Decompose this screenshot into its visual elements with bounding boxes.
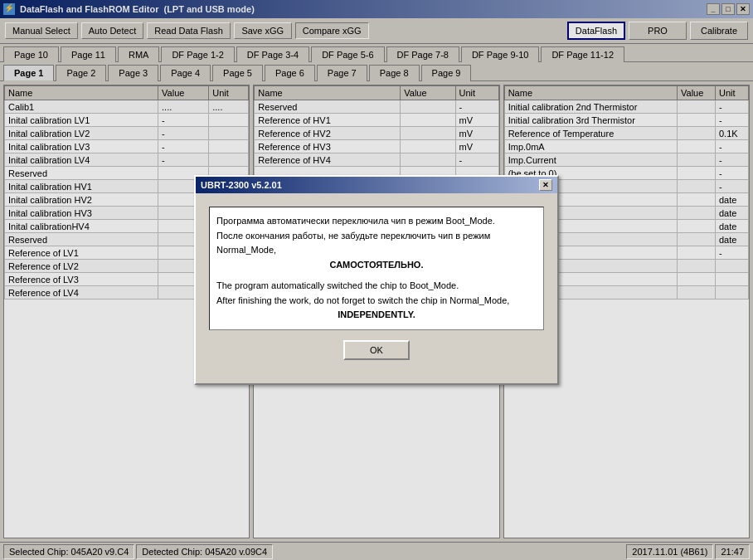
modal-close-button[interactable]: ✕ <box>539 179 552 191</box>
modal-overlay: UBRT-2300 v5.2.01 ✕ Программа автоматиче… <box>0 0 753 560</box>
russian-text-2: После окончания работы, не забудьте пере… <box>216 229 537 258</box>
ok-button[interactable]: OK <box>343 340 410 360</box>
modal-text-block: Программа автоматически переключила чип … <box>209 207 544 330</box>
modal-title-bar: UBRT-2300 v5.2.01 ✕ <box>196 177 557 193</box>
modal-footer: OK <box>209 340 544 370</box>
russian-text-1: Программа автоматически переключила чип … <box>216 214 537 229</box>
modal-dialog: UBRT-2300 v5.2.01 ✕ Программа автоматиче… <box>194 175 559 385</box>
modal-title: UBRT-2300 v5.2.01 <box>201 180 282 190</box>
russian-text-3: САМОСТОЯТЕЛЬНО. <box>216 258 537 273</box>
english-text-1: The program automatically switched the c… <box>216 279 537 294</box>
modal-body: Программа автоматически переключила чип … <box>196 193 557 383</box>
english-text-2: After finishing the work, do not forget … <box>216 294 537 309</box>
english-text-3: INDEPENDENTLY. <box>216 308 537 323</box>
